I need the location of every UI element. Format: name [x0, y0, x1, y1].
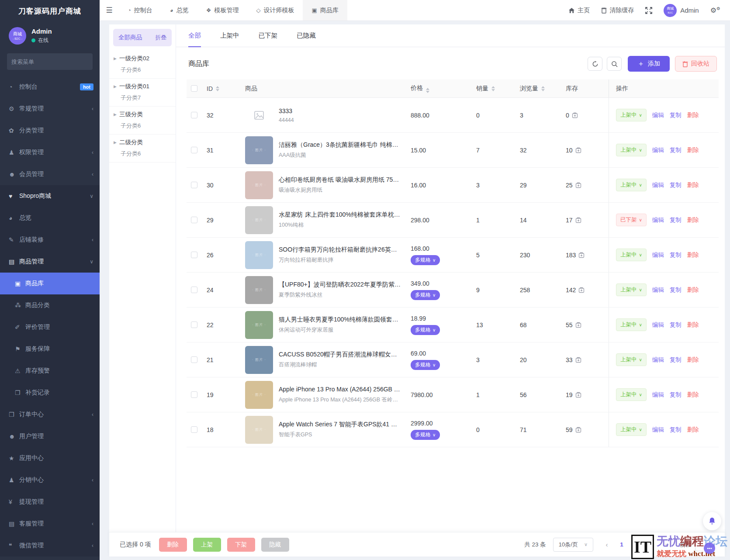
sidebar-item-用户管理[interactable]: ☻用户管理: [0, 425, 100, 447]
restock-icon[interactable]: [575, 392, 581, 398]
status-dropdown[interactable]: 上架中∨: [616, 179, 647, 191]
tab-已隐藏[interactable]: 已隐藏: [297, 24, 316, 47]
goods-title[interactable]: 3333: [279, 107, 294, 114]
restock-icon[interactable]: [575, 147, 581, 153]
copy-link[interactable]: 复制: [670, 111, 682, 119]
goods-title[interactable]: CACUSS B0520帽子男百搭潮流棒球帽女休闲户外鸭...: [279, 351, 403, 359]
sidebar-item-商品管理[interactable]: ▤商品管理∨: [0, 251, 100, 273]
row-checkbox[interactable]: [191, 252, 197, 258]
restock-icon[interactable]: [578, 287, 585, 293]
delete-link[interactable]: 删除: [687, 426, 699, 434]
row-checkbox[interactable]: [191, 287, 197, 293]
multi-spec-badge[interactable]: 多规格∨: [411, 255, 440, 265]
restock-icon[interactable]: [575, 322, 581, 328]
recycle-bin-button[interactable]: 回收站: [675, 56, 717, 72]
refresh-button[interactable]: [588, 57, 602, 71]
page-button-3[interactable]: 3: [645, 538, 658, 551]
page-size-select[interactable]: 10条/页 ∨: [553, 538, 593, 552]
status-dropdown[interactable]: 上架中∨: [616, 283, 647, 296]
goods-title[interactable]: 洁丽雅（Grace）3条抗菌新疆棉毛巾 纯棉柔软家用...: [279, 141, 403, 149]
delete-link[interactable]: 删除: [687, 251, 699, 259]
notification-fab[interactable]: [703, 512, 721, 530]
row-checkbox[interactable]: [191, 426, 197, 433]
hamburger-menu-icon[interactable]: ☰: [100, 6, 119, 15]
delete-link[interactable]: 删除: [687, 391, 699, 399]
sidebar-item-分销中心[interactable]: ♟分销中心‹: [0, 469, 100, 491]
status-dropdown[interactable]: 已下架∨: [616, 214, 647, 226]
status-dropdown[interactable]: 上架中∨: [616, 144, 647, 156]
edit-link[interactable]: 编辑: [652, 391, 664, 399]
batch-down-button[interactable]: 下架: [227, 538, 255, 552]
copy-link[interactable]: 复制: [670, 426, 682, 434]
delete-link[interactable]: 删除: [687, 181, 699, 189]
prev-page-button[interactable]: ‹: [600, 538, 613, 551]
edit-link[interactable]: 编辑: [652, 146, 664, 154]
status-dropdown[interactable]: 上架中∨: [616, 318, 647, 331]
sidebar-item-常规管理[interactable]: ⚙常规管理‹: [0, 98, 100, 120]
multi-spec-badge[interactable]: 多规格∨: [411, 430, 440, 440]
restock-icon[interactable]: [575, 182, 581, 188]
goods-title[interactable]: Apple iPhone 13 Pro Max (A2644) 256GB 苍岭…: [279, 386, 403, 394]
edit-link[interactable]: 编辑: [652, 321, 664, 329]
row-checkbox[interactable]: [191, 112, 197, 118]
copy-link[interactable]: 复制: [670, 146, 682, 154]
edit-link[interactable]: 编辑: [652, 216, 664, 224]
menu-search-input[interactable]: [11, 59, 88, 65]
copy-link[interactable]: 复制: [670, 181, 682, 189]
nav-tab-控制台[interactable]: ◔控制台: [119, 0, 161, 21]
nav-tab-模板管理[interactable]: ❖模板管理: [197, 0, 248, 21]
sidebar-item-补货记录[interactable]: ❐补货记录: [0, 382, 100, 404]
delete-link[interactable]: 删除: [687, 111, 699, 119]
sidebar-item-会员管理[interactable]: ☻会员管理‹: [0, 163, 100, 185]
row-checkbox[interactable]: [191, 217, 197, 223]
delete-link[interactable]: 删除: [687, 286, 699, 294]
fullscreen-button[interactable]: [645, 7, 652, 14]
status-dropdown[interactable]: 上架中∨: [616, 353, 647, 366]
status-dropdown[interactable]: 上架中∨: [616, 109, 647, 121]
delete-link[interactable]: 删除: [687, 356, 699, 364]
restock-icon[interactable]: [575, 427, 581, 433]
sidebar-item-Shopro商城[interactable]: ♥Shopro商城∨: [0, 185, 100, 207]
edit-link[interactable]: 编辑: [652, 111, 664, 119]
edit-link[interactable]: 编辑: [652, 251, 664, 259]
sidebar-item-评价管理[interactable]: ✐评价管理: [0, 316, 100, 338]
next-page-button[interactable]: ›: [660, 538, 673, 551]
column-header-sales[interactable]: 销量: [476, 85, 520, 93]
multi-spec-badge[interactable]: 多规格∨: [411, 290, 440, 300]
goto-page-input[interactable]: [695, 538, 714, 551]
row-checkbox[interactable]: [191, 182, 197, 188]
caret-right-icon[interactable]: ▶: [114, 84, 117, 89]
column-header-id[interactable]: ID: [207, 85, 245, 92]
column-header-views[interactable]: 浏览量: [520, 85, 566, 93]
multi-spec-badge[interactable]: 多规格∨: [411, 360, 440, 370]
nav-tab-设计师模板[interactable]: ◇设计师模板: [247, 0, 303, 21]
sidebar-item-服务保障[interactable]: ⚑服务保障: [0, 338, 100, 360]
restock-icon[interactable]: [572, 112, 578, 118]
nav-tab-商品库[interactable]: ▣商品库: [303, 0, 347, 21]
category-child[interactable]: 子分类6: [121, 66, 172, 74]
restock-icon[interactable]: [575, 357, 581, 363]
caret-right-icon[interactable]: ▶: [114, 56, 117, 61]
tab-上架中[interactable]: 上架中: [220, 24, 239, 47]
batch-up-button[interactable]: 上架: [193, 538, 221, 552]
category-child[interactable]: 子分类7: [121, 94, 172, 102]
goods-title[interactable]: Apple Watch Series 7 智能手表GPS款41 毫米星光...: [279, 421, 403, 429]
settings-button[interactable]: ⚙⚙: [710, 6, 720, 14]
goods-title[interactable]: 水星家纺 床上四件套100%纯棉被套床单枕套床上用...: [279, 211, 403, 219]
copy-link[interactable]: 复制: [670, 356, 682, 364]
tab-已下架[interactable]: 已下架: [259, 24, 278, 47]
category-child[interactable]: 子分类6: [121, 122, 172, 130]
sidebar-item-控制台[interactable]: ◔控制台hot: [0, 76, 100, 98]
sidebar-item-微信管理[interactable]: ❝微信管理‹: [0, 535, 100, 557]
search-toggle-button[interactable]: [607, 57, 622, 71]
sidebar-item-应用中心[interactable]: ★应用中心: [0, 447, 100, 469]
delete-link[interactable]: 删除: [687, 321, 699, 329]
category-child[interactable]: 子分类6: [121, 150, 172, 158]
copy-link[interactable]: 复制: [670, 321, 682, 329]
restock-icon[interactable]: [575, 217, 581, 223]
delete-link[interactable]: 删除: [687, 216, 699, 224]
edit-link[interactable]: 编辑: [652, 426, 664, 434]
copy-link[interactable]: 复制: [670, 216, 682, 224]
nav-tab-总览[interactable]: ◕总览: [161, 0, 197, 21]
edit-link[interactable]: 编辑: [652, 356, 664, 364]
